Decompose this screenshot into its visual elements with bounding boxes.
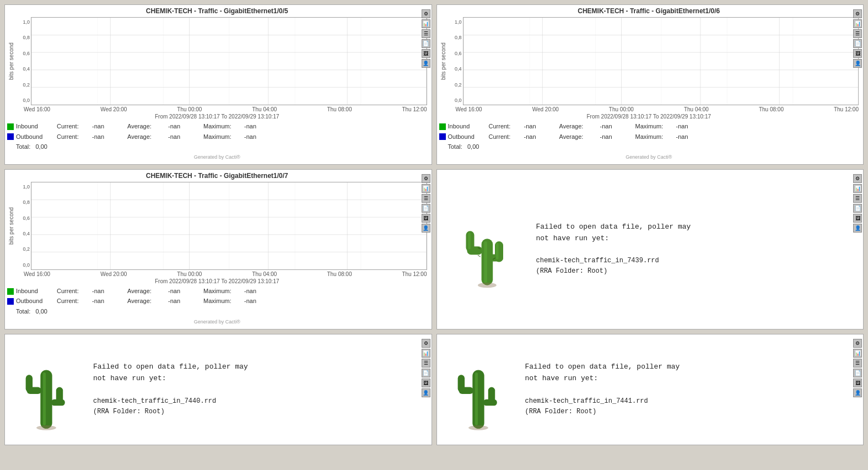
legend-3: Inbound Current: -nan Average: -nan Maxi… (7, 287, 427, 317)
list-icon-3[interactable]: ☰ (422, 194, 430, 203)
error-line2-5: not have run yet: (93, 373, 248, 385)
chart-box-2 (463, 17, 859, 105)
error-file-5: chemik-tech_traffic_in_7440.rrd (93, 396, 248, 407)
error-folder-6: (RRA Folder: Root) (525, 407, 680, 417)
img-icon-6[interactable]: 🖼 (853, 379, 862, 387)
y-axis-label-1: bits per second (7, 17, 15, 105)
chart-icon-3[interactable]: 📊 (422, 184, 430, 193)
outbound-color-box-1 (7, 133, 14, 140)
svg-point-64 (468, 425, 488, 430)
error-line1-5: Failed to open data file, poller may (93, 361, 248, 373)
chart-box-1 (31, 17, 427, 105)
chart-area-1: bits per second 1,0 0,8 0,6 0,4 0,2 0,0 (7, 17, 427, 105)
doc-icon-6[interactable]: 📄 (853, 369, 862, 377)
legend-1: Inbound Current: -nan Average: -nan Maxi… (7, 122, 427, 152)
legend-row-inbound-3: Inbound Current: -nan Average: -nan Maxi… (7, 287, 427, 296)
user-icon-3[interactable]: 👤 (422, 224, 430, 233)
img-icon-2[interactable]: 🖼 (853, 49, 862, 58)
error-text-4: Failed to open data file, poller may not… (536, 222, 691, 277)
gear-icon-5[interactable]: ⚙ (422, 339, 430, 348)
y-axis-label-2: bits per second (439, 17, 448, 105)
svg-rect-0 (31, 18, 427, 105)
inbound-label-1: Inbound (16, 122, 55, 132)
chart-icon[interactable]: 📊 (422, 19, 430, 28)
img-icon[interactable]: 🖼 (422, 49, 430, 58)
error-line1-4: Failed to open data file, poller may (536, 222, 691, 233)
inbound-label-2: Inbound (448, 122, 487, 132)
outbound-current-1: -nan (92, 132, 125, 142)
img-icon-3[interactable]: 🖼 (422, 214, 430, 223)
average-label-out-1: Average: (127, 132, 166, 142)
legend-row-outbound-2: Outbound Current: -nan Average: -nan Max… (439, 132, 859, 142)
error-line2-6: not have run yet: (525, 373, 680, 385)
doc-icon-3[interactable]: 📄 (422, 204, 430, 213)
svg-rect-13 (463, 18, 859, 105)
outbound-color-box-3 (7, 298, 14, 305)
user-icon-4[interactable]: 👤 (853, 224, 862, 233)
list-icon-2[interactable]: ☰ (853, 29, 862, 38)
chart-icon-2[interactable]: 📊 (853, 19, 862, 28)
sidebar-icons-2: ⚙ 📊 ☰ 📄 🖼 👤 (853, 9, 862, 68)
error-line2-4: not have run yet: (536, 233, 691, 245)
doc-icon-4[interactable]: 📄 (853, 204, 862, 213)
doc-icon-5[interactable]: 📄 (422, 369, 430, 377)
error-content-6: Failed to open data file, poller may not… (437, 334, 864, 445)
inbound-color-box-2 (439, 123, 446, 130)
list-icon[interactable]: ☰ (422, 29, 430, 38)
error-text-5: Failed to open data file, poller may not… (93, 361, 248, 417)
error-file-6: chemik-tech_traffic_in_7441.rrd (525, 396, 680, 407)
outbound-average-1: -nan (168, 132, 201, 142)
x-axis-2: Wed 16:00 Wed 20:00 Thu 00:00 Thu 04:00 … (439, 105, 859, 112)
average-label-1: Average: (127, 122, 166, 132)
sidebar-icons-5: ⚙ 📊 ☰ 📄 🖼 👤 (422, 339, 430, 397)
current-label-1: Current: (57, 122, 90, 132)
sidebar-icons-4: ⚙ 📊 ☰ 📄 🖼 👤 (853, 174, 862, 233)
svg-point-50 (478, 283, 497, 288)
total-line-1: Total: 0,00 (16, 142, 427, 152)
user-icon-6[interactable]: 👤 (853, 388, 862, 397)
gear-icon-3[interactable]: ⚙ (422, 174, 430, 183)
doc-icon[interactable]: 📄 (422, 39, 430, 48)
chart-icon-6[interactable]: 📊 (853, 349, 862, 358)
svg-rect-55 (56, 387, 63, 404)
y-ticks-3: 1,0 0,8 0,6 0,4 0,2 0,0 (15, 182, 31, 270)
maximum-label-1: Maximum: (203, 122, 242, 132)
legend-2: Inbound Current: -nan Average: -nan Maxi… (439, 122, 859, 152)
chart-title-3: CHEMIK-TECH - Traffic - GigabitEthernet1… (7, 172, 427, 180)
inbound-current-1: -nan (92, 122, 125, 132)
chart-area-2: bits per second 1,0 0,8 0,6 0,4 0,2 0,0 (439, 17, 859, 105)
outbound-color-box-2 (439, 133, 446, 140)
error-folder-4: (RRA Folder: Root) (536, 266, 691, 277)
user-icon-5[interactable]: 👤 (422, 388, 430, 397)
svg-rect-26 (31, 182, 427, 269)
chart-grid-1 (31, 18, 427, 105)
chart-icon-4[interactable]: 📊 (853, 184, 862, 193)
svg-rect-62 (488, 387, 494, 404)
img-icon-4[interactable]: 🖼 (853, 214, 862, 223)
img-icon-5[interactable]: 🖼 (422, 379, 430, 387)
list-icon-4[interactable]: ☰ (853, 194, 862, 203)
gear-icon-4[interactable]: ⚙ (853, 174, 862, 183)
error-text-6: Failed to open data file, poller may not… (525, 361, 680, 417)
list-icon-6[interactable]: ☰ (853, 359, 862, 368)
user-icon-2[interactable]: 👤 (853, 59, 862, 68)
cactus-icon-6 (448, 345, 509, 434)
user-icon[interactable]: 👤 (422, 59, 430, 68)
doc-icon-2[interactable]: 📄 (853, 39, 862, 48)
sidebar-icons-1: ⚙ 📊 ☰ 📄 🖼 👤 (422, 9, 430, 68)
panel-chart-1: ⚙ 📊 ☰ 📄 🖼 👤 CHEMIK-TECH - Traffic - Giga… (4, 4, 432, 165)
inbound-color-box-3 (7, 288, 14, 295)
cactus-icon-5 (16, 345, 77, 434)
gear-icon-6[interactable]: ⚙ (853, 339, 862, 348)
chart-icon-5[interactable]: 📊 (422, 349, 430, 358)
gear-icon[interactable]: ⚙ (422, 9, 430, 18)
gear-icon-2[interactable]: ⚙ (853, 9, 862, 18)
panel-error-4: ⚙ 📊 ☰ 📄 🖼 👤 Failed (436, 169, 864, 329)
maximum-label-out-1: Maximum: (203, 132, 242, 142)
legend-row-inbound-2: Inbound Current: -nan Average: -nan Maxi… (439, 122, 859, 132)
date-range-2: From 2022/09/28 13:10:17 To 2022/09/29 1… (439, 114, 859, 120)
bottom-row: ⚙ 📊 ☰ 📄 🖼 👤 Failed (0, 334, 868, 450)
list-icon-5[interactable]: ☰ (422, 359, 430, 368)
current-label-out-1: Current: (57, 132, 90, 142)
y-ticks-1: 1,0 0,8 0,6 0,4 0,2 0,0 (15, 17, 31, 105)
